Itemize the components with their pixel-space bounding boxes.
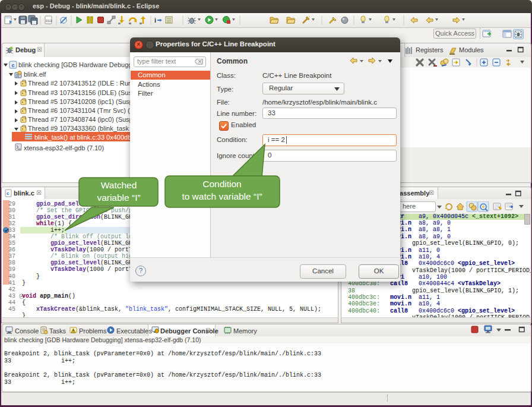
svg-text:c: c bbox=[7, 191, 10, 196]
svg-text:c: c bbox=[12, 62, 15, 68]
svg-text:i: i bbox=[154, 17, 156, 24]
svg-text:010: 010 bbox=[46, 19, 52, 23]
